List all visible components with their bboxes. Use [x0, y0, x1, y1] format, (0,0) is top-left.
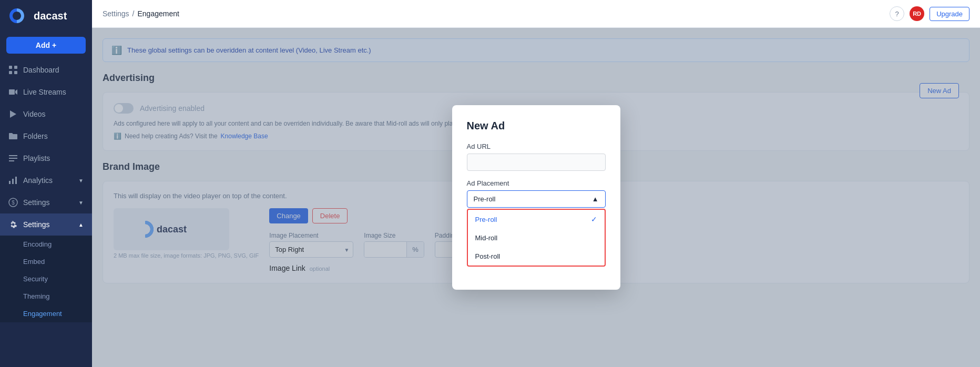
ad-url-field: Ad URL — [467, 142, 606, 171]
svg-rect-3 — [14, 71, 17, 74]
modal-overlay[interactable]: New Ad Ad URL Ad Placement Pre-roll ▲ Pr… — [92, 28, 980, 367]
svg-rect-7 — [9, 158, 17, 159]
sidebar-item-analytics-label: Analytics — [23, 176, 53, 185]
sidebar-item-dashboard[interactable]: Dashboard — [0, 59, 92, 81]
svg-marker-5 — [10, 110, 16, 118]
sidebar-item-videos-label: Videos — [23, 110, 46, 118]
list-icon — [8, 154, 18, 163]
option-post-roll[interactable]: Post-roll — [468, 247, 605, 266]
ad-url-label: Ad URL — [467, 142, 606, 150]
ad-placement-dropdown-trigger[interactable]: Pre-roll ▲ — [467, 190, 606, 208]
svg-rect-2 — [9, 71, 12, 74]
svg-rect-9 — [9, 181, 11, 184]
settings-subnav: Encoding Embed Security Theming Engageme… — [0, 236, 92, 322]
sidebar-item-settings[interactable]: Settings ▲ — [0, 213, 92, 236]
sidebar-item-engagement[interactable]: Engagement — [0, 305, 92, 322]
new-ad-modal: New Ad Ad URL Ad Placement Pre-roll ▲ Pr… — [452, 105, 620, 290]
bar-chart-icon — [8, 176, 18, 185]
gear-icon — [8, 220, 18, 229]
topbar: Settings / Engagement ? RD Upgrade — [92, 0, 980, 28]
ad-placement-field: Ad Placement Pre-roll ▲ Pre-roll ✓ Mid-r… — [467, 179, 606, 267]
option-pre-roll[interactable]: Pre-roll ✓ — [468, 210, 605, 229]
logo-text: dacast — [34, 10, 67, 22]
svg-rect-10 — [12, 179, 14, 184]
svg-rect-11 — [15, 177, 17, 184]
svg-rect-6 — [9, 155, 17, 156]
ad-placement-label: Ad Placement — [467, 179, 606, 187]
dacast-logo-icon — [8, 7, 25, 24]
ad-placement-dropdown-list: Pre-roll ✓ Mid-roll Post-roll — [467, 209, 606, 267]
sidebar-item-folders[interactable]: Folders — [0, 125, 92, 147]
svg-rect-4 — [9, 89, 15, 95]
option-mid-roll[interactable]: Mid-roll — [468, 229, 605, 247]
breadcrumb-separator: / — [132, 9, 135, 18]
svg-rect-0 — [9, 66, 12, 69]
sidebar-item-folders-label: Folders — [23, 132, 48, 140]
paywall-chevron-icon: ▼ — [78, 200, 84, 206]
check-icon: ✓ — [591, 215, 597, 223]
grid-icon — [8, 65, 18, 75]
breadcrumb: Settings / Engagement — [103, 9, 179, 18]
add-button[interactable]: Add + — [6, 37, 86, 54]
content-area: ℹ️ These global settings can be overidde… — [92, 28, 980, 367]
ad-url-input[interactable] — [467, 154, 606, 171]
sidebar-item-security[interactable]: Security — [0, 270, 92, 288]
folder-icon — [8, 131, 18, 141]
sidebar-item-live-streams-label: Live Streams — [23, 88, 66, 96]
dollar-icon: $ — [8, 198, 18, 207]
sidebar-item-playlists-label: Playlists — [23, 154, 50, 162]
sidebar-item-paywall-label: Settings — [23, 198, 50, 207]
svg-rect-8 — [9, 160, 14, 161]
help-button[interactable]: ? — [890, 6, 904, 21]
sidebar-item-theming[interactable]: Theming — [0, 288, 92, 305]
settings-chevron-icon: ▲ — [78, 222, 84, 228]
svg-text:$: $ — [12, 200, 15, 206]
svg-rect-1 — [14, 66, 17, 69]
topbar-right: ? RD Upgrade — [890, 6, 969, 21]
main-nav: Dashboard Live Streams Videos Folders Pl… — [0, 59, 92, 322]
breadcrumb-parent: Settings — [103, 9, 129, 18]
sidebar-item-playlists[interactable]: Playlists — [0, 147, 92, 169]
play-icon — [8, 109, 18, 119]
sidebar-item-live-streams[interactable]: Live Streams — [0, 81, 92, 103]
sidebar: dacast Add + Dashboard Live Streams Vide… — [0, 0, 92, 367]
main-content: Settings / Engagement ? RD Upgrade ℹ️ Th… — [92, 0, 980, 367]
avatar: RD — [910, 6, 924, 21]
sidebar-item-videos[interactable]: Videos — [0, 103, 92, 125]
breadcrumb-current: Engagement — [137, 9, 179, 18]
sidebar-item-settings-label: Settings — [23, 220, 50, 229]
sidebar-item-analytics[interactable]: Analytics ▼ — [0, 169, 92, 191]
sidebar-item-dashboard-label: Dashboard — [23, 66, 59, 74]
video-icon — [8, 87, 18, 97]
modal-title: New Ad — [467, 120, 606, 132]
upgrade-button[interactable]: Upgrade — [930, 7, 969, 21]
sidebar-item-embed[interactable]: Embed — [0, 253, 92, 270]
logo: dacast — [0, 0, 92, 32]
analytics-chevron-icon: ▼ — [78, 178, 84, 183]
dropdown-chevron-icon: ▲ — [592, 195, 599, 203]
sidebar-item-paywall[interactable]: $ Settings ▼ — [0, 191, 92, 213]
sidebar-item-encoding[interactable]: Encoding — [0, 236, 92, 253]
ad-placement-selected: Pre-roll — [474, 195, 496, 203]
